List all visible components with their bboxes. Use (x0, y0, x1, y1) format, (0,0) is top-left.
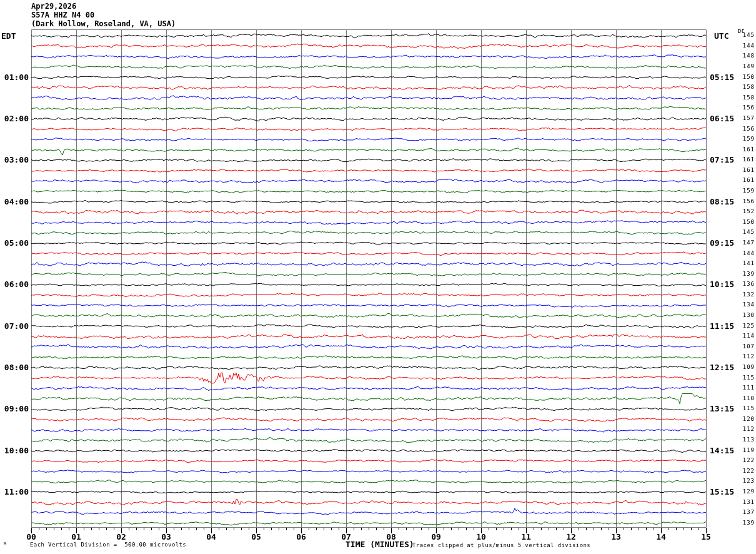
right-hour-label: 10:15 (710, 280, 741, 289)
dc-value: 130 (740, 312, 755, 318)
dc-value: 120 (740, 416, 755, 422)
dc-value: 156 (740, 198, 755, 204)
dc-value: 123 (740, 478, 755, 484)
dc-value: 111 (740, 385, 755, 391)
dc-value: 145 (740, 229, 755, 235)
right-hour-label: 15:15 (710, 487, 741, 496)
dc-value: 157 (740, 115, 755, 121)
right-hour-label: 11:15 (710, 321, 741, 331)
right-hour-label: 14:15 (710, 446, 741, 455)
dc-value: 136 (740, 281, 755, 287)
x-tick-label: 02 (112, 532, 130, 541)
dc-value: 156 (740, 126, 755, 132)
dc-value: 144 (740, 250, 755, 256)
left-hour-label: 01:00 (0, 73, 29, 82)
seismogram-plot (0, 0, 756, 554)
dc-value: 110 (740, 395, 755, 401)
dc-value: 132 (740, 291, 755, 298)
left-hour-label: 02:00 (0, 114, 29, 123)
right-hour-label: 09:15 (710, 238, 741, 248)
dc-value: 150 (740, 219, 755, 225)
right-hour-label: 07:15 (710, 155, 741, 164)
dc-value: 159 (740, 136, 755, 142)
left-hour-label: 03:00 (0, 155, 29, 164)
right-hour-label: 13:15 (710, 404, 741, 413)
dc-value: 134 (740, 301, 755, 308)
dc-value: 137 (740, 509, 755, 515)
dc-value: 152 (740, 208, 755, 214)
dc-value: 139 (740, 271, 755, 277)
left-hour-label: 07:00 (0, 321, 29, 331)
right-hour-label: 06:15 (710, 114, 741, 123)
dc-value: 145 (740, 32, 755, 38)
clip-note: Traces clipped at plus/minus 5 vertical … (412, 542, 590, 548)
left-hour-label: 10:00 (0, 446, 29, 455)
left-hour-label: 06:00 (0, 280, 29, 289)
webicorder-page: Apr29,2026 S57A HHZ N4 00 (Dark Hollow, … (0, 0, 756, 554)
dc-value: 122 (740, 468, 755, 474)
x-tick-label: 15 (697, 532, 715, 541)
left-timezone-header: EDT (1, 31, 16, 41)
x-tick-label: 14 (652, 532, 670, 541)
dc-value: 161 (740, 177, 755, 183)
title-date: Apr29,2026 (31, 2, 76, 11)
dc-value: 149 (740, 63, 755, 69)
x-tick-label: 10 (472, 532, 490, 541)
dc-value: 148 (740, 53, 755, 59)
dc-value: 125 (740, 323, 755, 329)
title-location: (Dark Hollow, Roseland, VA, USA) (31, 19, 176, 28)
dc-value: 109 (740, 364, 755, 370)
dc-value: 129 (740, 488, 755, 495)
right-hour-label: 08:15 (710, 197, 741, 206)
dc-value: 112 (740, 426, 755, 432)
right-hour-label: 12:15 (710, 363, 741, 372)
dc-value: 131 (740, 499, 755, 505)
dc-value: 112 (740, 353, 755, 360)
dc-value: 161 (740, 167, 755, 173)
dc-value: 158 (740, 94, 755, 101)
dc-value: 115 (740, 375, 755, 381)
x-tick-label: 12 (562, 532, 580, 541)
left-hour-label: 08:00 (0, 363, 29, 372)
x-tick-label: 06 (292, 532, 310, 541)
x-axis-title: TIME (MINUTES) (346, 540, 414, 549)
dc-value: 161 (740, 146, 755, 153)
dc-value: 122 (740, 457, 755, 463)
left-hour-label: 11:00 (0, 487, 29, 496)
dc-value: 114 (740, 333, 755, 339)
dc-value: 107 (740, 343, 755, 350)
dc-value: 139 (740, 520, 755, 526)
corner-mark: M (4, 541, 6, 546)
dc-value: 147 (740, 239, 755, 246)
dc-value: 115 (740, 405, 755, 411)
left-hour-label: 05:00 (0, 238, 29, 248)
dc-value: 141 (740, 260, 755, 266)
dc-value: 119 (740, 447, 755, 453)
x-tick-label: 01 (67, 532, 85, 541)
x-tick-label: 05 (247, 532, 265, 541)
dc-value: 156 (740, 104, 755, 111)
left-hour-label: 09:00 (0, 404, 29, 413)
dc-value: 161 (740, 156, 755, 163)
dc-value: 158 (740, 84, 755, 90)
right-hour-label: 05:15 (710, 73, 741, 82)
dc-value: 159 (740, 188, 755, 194)
dc-value: 150 (740, 74, 755, 80)
right-timezone-header: UTC (714, 31, 729, 41)
title-station: S57A HHZ N4 00 (31, 11, 94, 19)
x-tick-label: 11 (517, 532, 535, 541)
x-tick-label: 09 (427, 532, 445, 541)
dc-value: 144 (740, 43, 755, 49)
x-tick-label: 13 (607, 532, 625, 541)
x-tick-label: 04 (202, 532, 220, 541)
scale-note: Each Vertical Division = 500.00 microvol… (30, 541, 186, 548)
x-tick-label: 00 (22, 532, 40, 541)
dc-value: 113 (740, 436, 755, 443)
left-hour-label: 04:00 (0, 197, 29, 206)
x-tick-label: 03 (157, 532, 175, 541)
